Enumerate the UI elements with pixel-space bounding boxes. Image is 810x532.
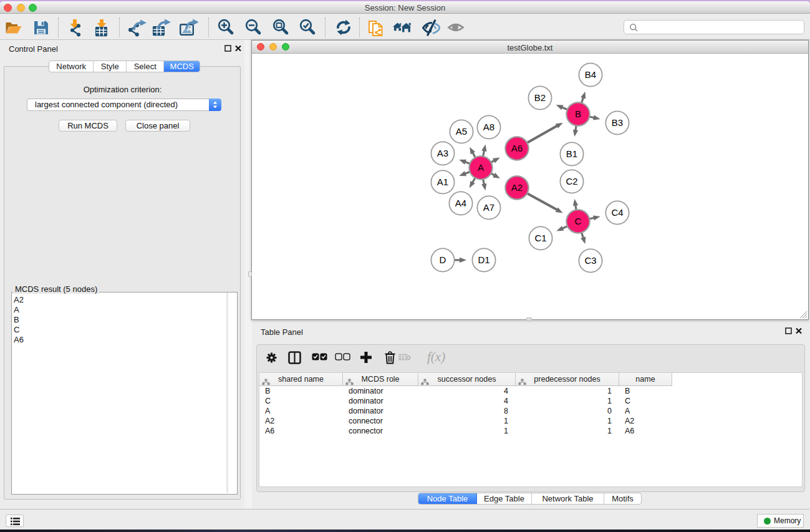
- svg-text:A3: A3: [437, 148, 448, 158]
- svg-text:A1: A1: [437, 177, 448, 187]
- svg-text:A4: A4: [455, 198, 466, 208]
- svg-text:C3: C3: [584, 255, 596, 266]
- svg-text:B: B: [575, 109, 581, 119]
- svg-text:D: D: [440, 254, 446, 265]
- svg-text:D1: D1: [478, 254, 489, 265]
- svg-text:C1: C1: [534, 233, 546, 243]
- svg-text:A: A: [478, 162, 484, 173]
- svg-text:C2: C2: [566, 176, 577, 186]
- svg-text:C4: C4: [611, 207, 623, 218]
- svg-text:A7: A7: [483, 202, 494, 213]
- svg-text:A6: A6: [511, 143, 523, 153]
- svg-text:A2: A2: [511, 182, 523, 193]
- svg-text:A5: A5: [456, 126, 467, 137]
- svg-text:B1: B1: [566, 148, 577, 159]
- svg-text:A8: A8: [483, 122, 494, 132]
- svg-text:C: C: [575, 216, 582, 226]
- svg-text:B3: B3: [612, 117, 623, 128]
- svg-text:B4: B4: [585, 69, 596, 80]
- svg-text:B2: B2: [534, 92, 546, 103]
